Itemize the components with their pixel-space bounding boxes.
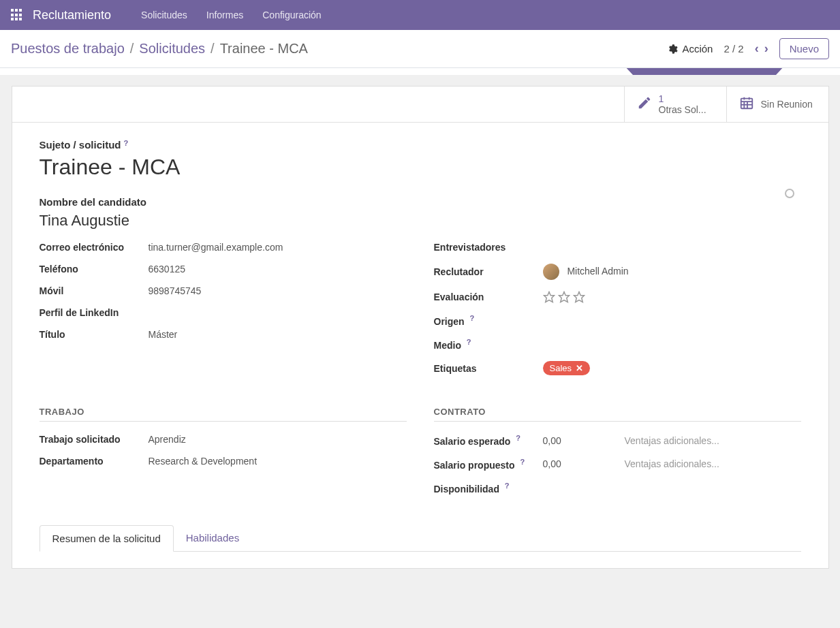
availability-label: Disponibilidad ? [434, 482, 543, 494]
svg-marker-8 [559, 292, 569, 302]
stat-label: Otras Sol... [659, 104, 706, 115]
interviewers-label: Entrevistadores [434, 242, 543, 253]
help-icon[interactable]: ? [505, 482, 510, 490]
star-icon[interactable] [543, 291, 555, 303]
subject-value[interactable]: Trainee - MCA [40, 155, 801, 180]
new-button[interactable]: Nuevo [779, 38, 829, 59]
avatar [543, 264, 559, 280]
evaluation-label: Evaluación [434, 292, 543, 302]
tags-value[interactable]: Sales ✕ [543, 361, 801, 375]
calendar-icon [739, 95, 754, 114]
subheader: Puestos de trabajo / Solicitudes / Train… [0, 30, 840, 68]
degree-label: Título [40, 329, 149, 340]
nav-informes[interactable]: Informes [197, 10, 253, 20]
divider [434, 421, 801, 422]
expected-salary-extra[interactable]: Ventajas adicionales... [625, 435, 719, 446]
tab-skills[interactable]: Habilidades [174, 525, 251, 551]
degree-value[interactable]: Máster [149, 329, 407, 340]
action-dropdown[interactable]: Acción [667, 43, 713, 54]
proposed-salary-value[interactable]: 0,00 [543, 458, 625, 469]
proposed-salary-extra[interactable]: Ventajas adicionales... [625, 458, 719, 469]
proposed-salary-label: Salario propuesto ? [434, 458, 543, 471]
expected-salary-label: Salario esperado ? [434, 434, 543, 447]
nav-solicitudes[interactable]: Solicitudes [131, 10, 197, 20]
help-icon[interactable]: ? [470, 314, 475, 322]
stat-label: Sin Reunion [761, 99, 813, 110]
star-icon[interactable] [558, 291, 570, 303]
recruiter-label: Reclutador [434, 266, 543, 277]
contract-section-title: CONTRATO [434, 407, 801, 417]
pager-next[interactable]: › [764, 42, 768, 56]
evaluation-stars[interactable] [543, 291, 801, 303]
tabs: Resumen de la solicitud Habilidades [40, 525, 801, 552]
help-icon[interactable]: ? [516, 434, 520, 442]
phone-value[interactable]: 6630125 [149, 264, 407, 274]
help-icon[interactable]: ? [467, 338, 471, 346]
status-stage-active[interactable] [633, 68, 776, 75]
action-label: Acción [682, 43, 713, 54]
pencil-icon [637, 95, 652, 114]
pager-count[interactable]: 2 / 2 [724, 43, 743, 54]
button-box: 1 Otras Sol... Sin Reunion [12, 87, 828, 123]
applied-job-label: Trabajo solicitado [40, 434, 149, 445]
breadcrumb-current: Trainee - MCA [220, 41, 308, 57]
pager-prev[interactable]: ‹ [755, 42, 759, 56]
source-label: Origen ? [434, 314, 543, 327]
department-value[interactable]: Research & Development [149, 456, 407, 467]
tag-remove-icon[interactable]: ✕ [576, 363, 583, 373]
stat-meetings[interactable]: Sin Reunion [726, 87, 828, 122]
mobile-label: Móvil [40, 285, 149, 296]
svg-marker-7 [544, 292, 554, 302]
email-label: Correo electrónico [40, 242, 149, 253]
department-label: Departamento [40, 456, 149, 467]
divider [40, 421, 407, 422]
candidate-label: Nombre del candidato [40, 196, 801, 208]
help-icon[interactable]: ? [124, 139, 129, 147]
stat-count: 1 [659, 93, 706, 104]
phone-label: Teléfono [40, 264, 149, 274]
tab-summary[interactable]: Resumen de la solicitud [40, 525, 174, 552]
nav-configuracion[interactable]: Configuración [253, 10, 330, 20]
email-value[interactable]: tina.turner@gmail.example.com [149, 242, 407, 253]
tags-label: Etiquetas [434, 363, 543, 374]
recruiter-value[interactable]: Mitchell Admin [543, 264, 801, 280]
candidate-name[interactable]: Tina Augustie [40, 212, 801, 230]
applied-job-value[interactable]: Aprendiz [149, 434, 407, 445]
breadcrumb-sep: / [130, 41, 134, 57]
breadcrumb-item[interactable]: Puestos de trabajo [11, 41, 125, 57]
kanban-state-toggle[interactable] [785, 189, 794, 198]
svg-marker-9 [574, 292, 584, 302]
top-nav: Reclutamiento Solicitudes Informes Confi… [0, 0, 840, 30]
medium-label: Medio ? [434, 338, 543, 351]
tag: Sales ✕ [543, 361, 591, 375]
gear-icon [667, 44, 678, 54]
expected-salary-value[interactable]: 0,00 [543, 435, 625, 446]
status-bar [0, 68, 840, 75]
star-icon[interactable] [573, 291, 585, 303]
form-sheet: 1 Otras Sol... Sin Reunion Sujeto / soli… [12, 86, 829, 569]
apps-icon[interactable] [11, 9, 23, 21]
subject-label: Sujeto / solicitud ? [40, 139, 801, 151]
help-icon[interactable]: ? [520, 458, 525, 466]
breadcrumb: Puestos de trabajo / Solicitudes / Train… [11, 41, 308, 57]
job-section-title: TRABAJO [40, 407, 407, 417]
mobile-value[interactable]: 9898745745 [149, 285, 407, 296]
linkedin-label: Perfil de LinkedIn [40, 307, 149, 318]
stat-other-applications[interactable]: 1 Otras Sol... [624, 87, 726, 122]
breadcrumb-sep: / [211, 41, 215, 57]
breadcrumb-item[interactable]: Solicitudes [139, 41, 205, 57]
app-brand[interactable]: Reclutamiento [33, 8, 111, 22]
